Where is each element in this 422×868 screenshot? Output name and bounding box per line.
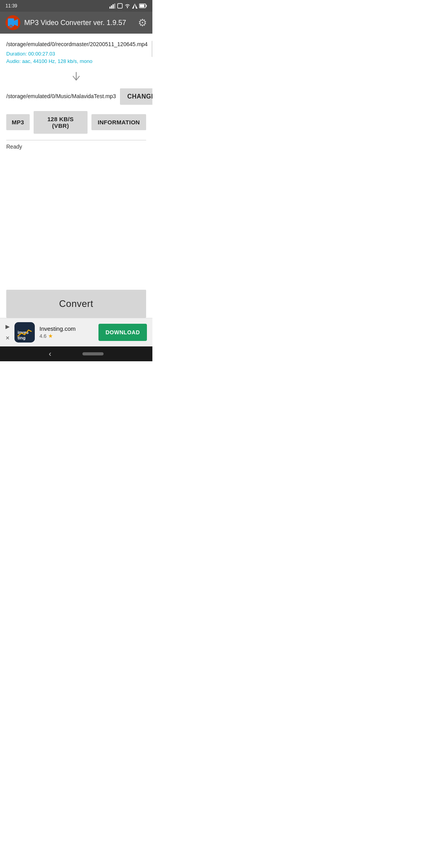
svg-rect-3 (114, 4, 115, 9)
bitrate-button[interactable]: 128 KB/S (VBR) (34, 111, 88, 134)
signal-icon (109, 4, 116, 9)
input-file-section: /storage/emulated/0/recordmaster/2020051… (6, 41, 146, 65)
svg-rect-2 (113, 4, 114, 9)
svg-rect-0 (109, 7, 111, 9)
ad-app-logo: inves ting (14, 322, 35, 343)
status-bar: 11:39 ⬛ (0, 0, 152, 12)
svg-text:ting: ting (18, 335, 25, 340)
ad-rating: 4.6 ★ (39, 333, 94, 339)
input-duration: Duration: 00:00:27.03 (6, 50, 148, 58)
convert-button[interactable]: Convert (6, 290, 146, 318)
mp3-button[interactable]: MP3 (6, 114, 30, 130)
app-title: MP3 Video Converter ver. 1.9.57 (24, 19, 126, 27)
app-logo (5, 15, 20, 30)
input-audio: Audio: aac, 44100 Hz, 128 kb/s, mono (6, 57, 148, 65)
ad-app-name: Investing.com (39, 325, 94, 332)
divider (6, 140, 146, 140)
app-header: MP3 Video Converter ver. 1.9.57 ⚙ (0, 12, 152, 34)
output-file-section: /storage/emulated/0/Music/MalavidaTest.m… (6, 88, 146, 105)
notification-icon: ⬛ (117, 3, 123, 9)
input-file-info: /storage/emulated/0/recordmaster/2020051… (6, 41, 148, 65)
ad-banner: ▶ ✕ inves ting Investing.com 4.6 ★ DOWNL… (0, 318, 152, 346)
content-area (6, 153, 146, 286)
svg-rect-1 (111, 5, 112, 9)
status-text: Ready (6, 143, 146, 150)
battery-icon (139, 4, 147, 8)
svg-rect-8 (146, 5, 147, 7)
information-button[interactable]: INFORMATION (91, 114, 146, 130)
back-button[interactable]: ‹ (49, 349, 52, 358)
svg-point-13 (10, 25, 12, 27)
ad-controls: ▶ ✕ (5, 323, 10, 341)
wifi-icon (124, 4, 131, 8)
ad-rating-value: 4.6 (39, 333, 46, 339)
output-file-path: /storage/emulated/0/Music/MalavidaTest.m… (6, 93, 116, 100)
nav-bar: ‹ (0, 346, 152, 361)
ad-info: Investing.com 4.6 ★ (39, 325, 94, 339)
star-icon: ★ (48, 333, 53, 339)
ad-download-button[interactable]: DOWNLOAD (98, 324, 147, 341)
network-icon (132, 4, 138, 9)
svg-text:⬛: ⬛ (118, 4, 122, 8)
status-time: 11:39 (5, 3, 17, 9)
svg-marker-6 (132, 4, 138, 9)
ad-play-icon[interactable]: ▶ (5, 323, 10, 330)
settings-icon[interactable]: ⚙ (138, 17, 147, 29)
main-content: /storage/emulated/0/recordmaster/2020051… (0, 34, 152, 318)
home-pill[interactable] (82, 352, 104, 355)
select-button[interactable]: SELECT (152, 41, 152, 57)
change-button[interactable]: CHANGE (120, 88, 152, 105)
input-file-path: /storage/emulated/0/recordmaster/2020051… (6, 41, 148, 48)
convert-button-container: Convert (6, 290, 146, 318)
format-row: MP3 128 KB/S (VBR) INFORMATION (6, 111, 146, 134)
svg-rect-9 (140, 5, 145, 7)
ad-close-icon[interactable]: ✕ (5, 335, 10, 341)
arrow-down-icon (6, 68, 146, 88)
